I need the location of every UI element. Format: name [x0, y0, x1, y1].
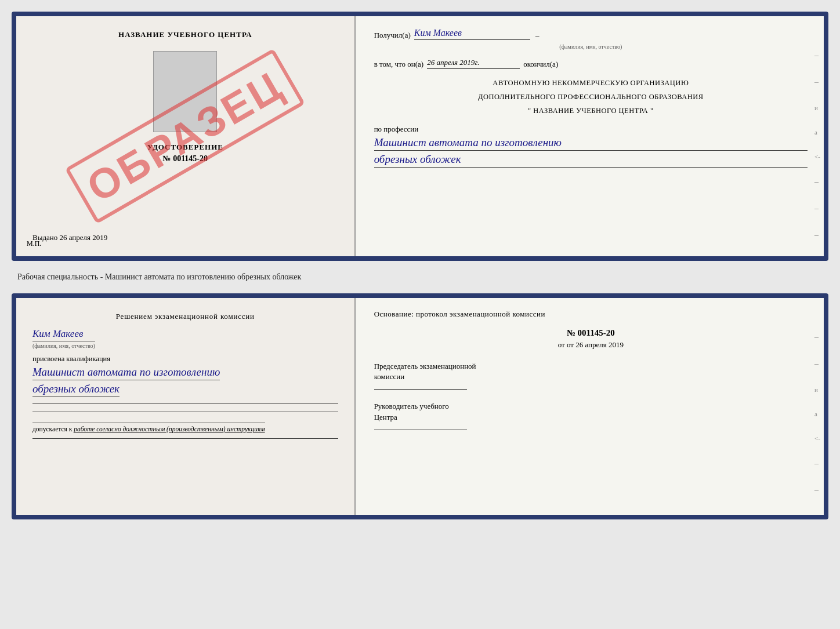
- fio-hint-top: (фамилия, имя, отчество): [374, 43, 808, 50]
- blank-line-1: [32, 403, 338, 403]
- protocol-number: № 001145-20: [374, 328, 808, 338]
- between-caption: Рабочая специальность - Машинист автомат…: [12, 270, 828, 284]
- mp-line: М.П.: [27, 239, 41, 248]
- deco-text-a: а: [814, 129, 820, 136]
- deco-2: –: [814, 78, 820, 87]
- deco-4: –: [814, 204, 820, 213]
- udostoverenie-label: УДОСТОВЕРЕНИЕ: [147, 143, 223, 152]
- bdeco-4: –: [814, 486, 820, 495]
- po-professii-label: по профессии: [374, 125, 808, 134]
- dopuskaetsa-label: допускается к: [32, 426, 72, 432]
- okonchil-label: окончил(а): [523, 60, 558, 69]
- org-line2: ДОПОЛНИТЕЛЬНОГО ПРОФЕССИОНАЛЬНОГО ОБРАЗО…: [374, 91, 808, 103]
- bdeco-5: –: [814, 512, 820, 519]
- bottom-cert-right: Основание: протокол экзаменационной коми…: [356, 298, 824, 515]
- profession-line1: Машинист автомата по изготовлению: [374, 136, 808, 151]
- predsedatel-label: Председатель экзаменационнойкомиссии: [374, 361, 808, 382]
- top-cert-left: НАЗВАНИЕ УЧЕБНОГО ЦЕНТРА УДОСТОВЕРЕНИЕ №…: [16, 16, 356, 256]
- profession-line2: обрезных обложек: [374, 153, 808, 168]
- dopuskaetsa-block: допускается к работе согласно должностны…: [32, 423, 265, 432]
- bdeco-a: а: [814, 410, 820, 417]
- ot-date-value: от 26 апреля 2019: [567, 340, 624, 349]
- deco-1: –: [814, 51, 820, 60]
- org-block: АВТОНОМНУЮ НЕКОММЕРЧЕСКУЮ ОРГАНИЗАЦИЮ ДО…: [374, 77, 808, 117]
- deco-5: –: [814, 231, 820, 240]
- blank-line-2: [32, 412, 338, 412]
- bottom-fio-hint: (фамилия, имя, отчество): [32, 341, 95, 349]
- school-name-top: НАЗВАНИЕ УЧЕБНОГО ЦЕНТРА: [118, 30, 252, 39]
- deco-text-k: <-: [814, 153, 820, 160]
- osnovanie-label: Основание: протокол экзаменационной коми…: [374, 310, 808, 319]
- page-wrapper: НАЗВАНИЕ УЧЕБНОГО ЦЕНТРА УДОСТОВЕРЕНИЕ №…: [12, 12, 828, 519]
- dash-1: –: [534, 31, 540, 40]
- top-certificate: НАЗВАНИЕ УЧЕБНОГО ЦЕНТРА УДОСТОВЕРЕНИЕ №…: [12, 12, 828, 261]
- ot-date: от от 26 апреля 2019: [374, 340, 808, 350]
- poluchil-field: Получил(а) Ким Макеев –: [374, 28, 808, 40]
- blank-line-3: [32, 438, 338, 439]
- dopuskaetsa-detail: работе согласно должностным (производств…: [74, 426, 265, 432]
- deco-text-i: и: [814, 104, 820, 111]
- bottom-certificate: Решением экзаменационной комиссии Ким Ма…: [12, 293, 828, 519]
- org-line1: АВТОНОМНУЮ НЕКОММЕРЧЕСКУЮ ОРГАНИЗАЦИЮ: [374, 77, 808, 89]
- predsedatel-sign-line: [374, 389, 467, 390]
- right-deco-lines: – – и а <- – – – –: [814, 51, 820, 261]
- photo-area: [153, 51, 217, 132]
- deco-3: –: [814, 177, 820, 187]
- vtom-label: в том, что он(а): [374, 60, 424, 69]
- top-number-label: № 001145-20: [163, 154, 208, 163]
- recipient-name: Ким Макеев: [414, 28, 530, 40]
- bdeco-k: <-: [814, 435, 820, 442]
- bdeco-3: –: [814, 459, 820, 468]
- date-value: 26 апреля 2019г.: [427, 58, 520, 69]
- rukovoditel-label: Руководитель учебногоЦентра: [374, 401, 808, 422]
- org-line3: " НАЗВАНИЕ УЧЕБНОГО ЦЕНТРА ": [374, 105, 808, 117]
- top-cert-right: Получил(а) Ким Макеев – (фамилия, имя, о…: [356, 16, 824, 256]
- bdeco-2: –: [814, 359, 820, 369]
- bdeco-1: –: [814, 333, 820, 342]
- poluchil-label: Получил(а): [374, 31, 411, 40]
- ot-prefix: от: [558, 340, 567, 349]
- rukovoditel-sign-line: [374, 430, 467, 430]
- rukovoditel-text: Руководитель учебногоЦентра: [374, 402, 449, 421]
- bottom-cert-left: Решением экзаменационной комиссии Ким Ма…: [16, 298, 356, 515]
- bottom-name: Ким Макеев: [32, 328, 83, 340]
- bottom-right-deco: – – и а <- – – – –: [814, 333, 820, 519]
- qualification-line2: обрезных обложек: [32, 383, 120, 397]
- vtom-field: в том, что он(а) 26 апреля 2019г. окончи…: [374, 58, 808, 69]
- bdeco-i: и: [814, 386, 820, 393]
- vydano-line: Выдано 26 апреля 2019: [32, 233, 107, 242]
- predsedatel-text: Председатель экзаменационнойкомиссии: [374, 362, 476, 381]
- prisvoena-label: присвоена квалификация: [32, 355, 110, 363]
- komissia-header: Решением экзаменационной комиссии: [32, 312, 338, 321]
- deco-6: –: [814, 257, 820, 261]
- qualification-line1: Машинист автомата по изготовлению: [32, 366, 220, 380]
